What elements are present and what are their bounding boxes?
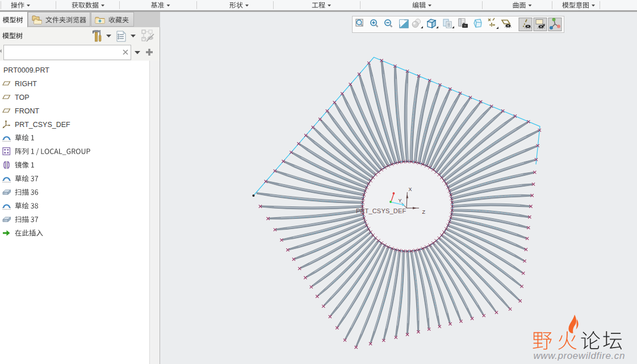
svg-text:Y: Y xyxy=(399,198,402,204)
svg-text:FRONT: FRONT xyxy=(15,107,39,115)
svg-text:X: X xyxy=(409,187,412,192)
svg-text:PRT0009.PRT: PRT0009.PRT xyxy=(3,66,49,74)
svg-text:Z: Z xyxy=(422,209,426,215)
svg-text:PRT_CSYS_DEF: PRT_CSYS_DEF xyxy=(356,208,406,214)
svg-text:www.proewildfire.cn: www.proewildfire.cn xyxy=(533,350,625,361)
svg-text:RIGHT: RIGHT xyxy=(15,80,37,88)
svg-text:PRT_CSYS_DEF: PRT_CSYS_DEF xyxy=(15,121,70,129)
svg-text:TOP: TOP xyxy=(15,94,29,101)
